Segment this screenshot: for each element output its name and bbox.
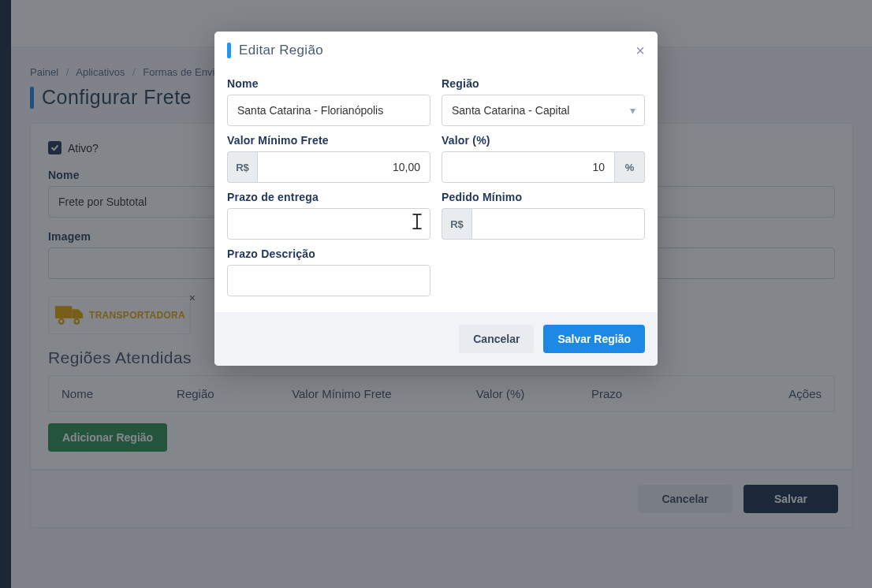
modal-title-wrap: Editar Região [227,43,323,58]
modal-prazo-entrega-input[interactable] [227,208,430,240]
modal-title: Editar Região [239,43,323,58]
modal-regiao-label: Região [442,77,645,90]
modal-cancel-button[interactable]: Cancelar [459,325,534,353]
modal-pedido-min-input[interactable] [471,208,645,240]
modal-nome-input[interactable] [227,95,430,126]
modal-minfrete-label: Valor Mínimo Frete [227,134,430,147]
modal-nome-label: Nome [227,77,430,90]
modal-minfrete-input[interactable] [257,151,430,183]
modal-save-button[interactable]: Salvar Região [543,325,645,353]
modal-minfrete-group: R$ [227,151,430,183]
modal-prazo-descricao-label: Prazo Descrição [227,247,430,260]
modal-regiao-select-wrap: ▾ [442,95,645,126]
modal-pedido-min-group: R$ [442,208,645,240]
modal-footer: Cancelar Salvar Região [214,312,658,366]
currency-addon: R$ [227,151,257,183]
modal-header: Editar Região × [214,32,658,66]
modal-valorpct-label: Valor (%) [442,134,645,147]
modal-prazo-descricao-input[interactable] [227,265,430,296]
edit-region-modal: Editar Região × Nome Região ▾ Valor Míni… [214,32,658,366]
modal-valorpct-input[interactable] [442,151,615,183]
modal-valorpct-group: % [442,151,645,183]
modal-close-button[interactable]: × [635,43,645,58]
modal-prazo-entrega-label: Prazo de entrega [227,191,430,203]
modal-regiao-select[interactable] [442,95,645,126]
modal-title-accent [227,43,231,58]
modal-pedido-min-label: Pedido Mínimo [442,191,645,203]
currency-addon: R$ [442,208,471,240]
text-cursor-icon [410,213,424,230]
modal-body: Nome Região ▾ Valor Mínimo Frete R$ [214,66,658,312]
percent-addon: % [615,151,645,183]
